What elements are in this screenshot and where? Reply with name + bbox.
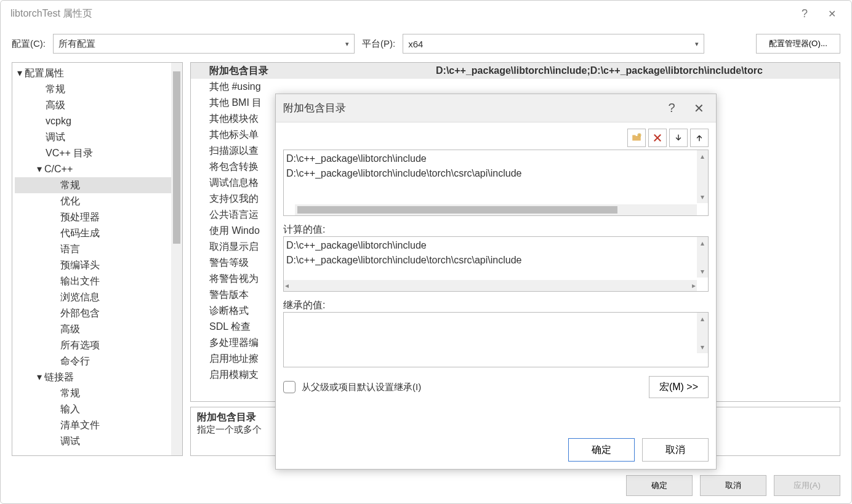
scroll-left-icon[interactable]: ◂ [285, 280, 289, 291]
property-row[interactable]: 附加包含目录D:\c++_package\libtorch\include;D:… [191, 63, 840, 79]
tree-item[interactable]: ▾C/C++ [15, 161, 182, 177]
tree-item[interactable]: 所有选项 [15, 337, 182, 353]
move-down-button[interactable] [669, 129, 688, 147]
delete-button[interactable] [648, 129, 667, 147]
tree-item[interactable]: 代码生成 [15, 225, 182, 241]
platform-value: x64 [408, 39, 423, 49]
tree-item-label: 预编译头 [60, 260, 100, 270]
scroll-up-icon[interactable]: ▴ [697, 150, 708, 162]
scrollbar-thumb[interactable] [297, 206, 617, 214]
tree-item[interactable]: 浏览信息 [15, 289, 182, 305]
tree-item-label: 输入 [60, 404, 80, 414]
scroll-up-icon[interactable]: ▴ [697, 313, 708, 325]
tree-item[interactable]: 调试 [15, 129, 182, 145]
platform-label: 平台(P): [362, 38, 395, 50]
list-item[interactable]: D:\c++_package\libtorch\include\torch\cs… [286, 166, 705, 181]
macros-button[interactable]: 宏(M) >> [649, 376, 709, 398]
main-ok-button[interactable]: 确定 [626, 475, 693, 496]
tree-item-label: VC++ 目录 [46, 148, 93, 158]
dialog-cancel-button[interactable]: 取消 [642, 438, 709, 462]
config-label: 配置(C): [12, 38, 46, 50]
tree-item[interactable]: 清单文件 [15, 417, 182, 433]
tree-item-label: 高级 [46, 100, 65, 110]
list-item[interactable]: D:\c++_package\libtorch\include [286, 151, 705, 166]
dialog-help-button[interactable]: ? [658, 101, 685, 115]
property-row[interactable]: 其他 #using [191, 79, 840, 95]
list-vscrollbar[interactable]: ▴ ▾ [697, 150, 708, 203]
tree-item[interactable]: 输入 [15, 401, 182, 417]
property-name: 附加包含目录 [191, 63, 431, 79]
new-folder-button[interactable] [627, 129, 646, 147]
scroll-down-icon[interactable]: ▾ [697, 341, 708, 353]
dialog-close-button[interactable]: ✕ [685, 101, 712, 116]
tree-item[interactable]: 外部包含 [15, 305, 182, 321]
include-list[interactable]: D:\c++_package\libtorch\includeD:\c++_pa… [283, 150, 709, 216]
property-value[interactable] [431, 79, 840, 95]
config-combo[interactable]: 所有配置 ▾ [53, 34, 355, 54]
tree-item[interactable]: 优化 [15, 193, 182, 209]
tree-item-label: 预处理器 [60, 212, 100, 222]
tree-item-label: 代码生成 [60, 228, 100, 238]
inherit-checkbox-row: 从父级或项目默认设置继承(I) 宏(M) >> [283, 376, 709, 398]
move-up-button[interactable] [690, 129, 709, 147]
titlebar-help-button[interactable]: ? [791, 7, 818, 20]
tree-item[interactable]: 高级 [15, 97, 182, 113]
tree-item[interactable]: 调试 [15, 433, 182, 449]
platform-combo[interactable]: x64 ▾ [403, 34, 704, 54]
config-manager-button[interactable]: 配置管理器(O)... [756, 34, 840, 54]
include-dir-dialog: 附加包含目录 ? ✕ D:\c++_package\libtor [275, 94, 717, 470]
list-hscrollbar[interactable] [295, 204, 697, 215]
scroll-down-icon[interactable]: ▾ [697, 191, 708, 203]
tree-item[interactable]: 高级 [15, 321, 182, 337]
tree-item-label: 常规 [60, 180, 80, 190]
main-footer: 确定 取消 应用(A) [626, 475, 840, 496]
inherited-values-box: ▴ ▾ [283, 312, 709, 367]
tree-item[interactable]: 预处理器 [15, 209, 182, 225]
inherit-vscrollbar[interactable]: ▴ ▾ [697, 313, 708, 353]
tree-item[interactable]: 常规 [15, 177, 182, 193]
tree-item-label: 浏览信息 [60, 292, 100, 302]
tree-item[interactable]: 常规 [15, 385, 182, 401]
window-title: libtorchTest 属性页 [10, 7, 791, 20]
tree-item-label: 清单文件 [60, 420, 100, 430]
property-value[interactable]: D:\c++_package\libtorch\include;D:\c++_p… [431, 63, 840, 79]
inherit-label: 继承的值: [283, 299, 709, 312]
scroll-right-icon[interactable]: ▸ [692, 280, 696, 291]
tree-item[interactable]: ▾配置属性 [15, 65, 182, 81]
inherit-checkbox[interactable] [283, 381, 295, 393]
tree-scrollbar[interactable] [171, 63, 182, 455]
tree-item-label: 命令行 [60, 356, 90, 366]
main-apply-button[interactable]: 应用(A) [774, 475, 840, 496]
dialog-title: 附加包含目录 [283, 101, 658, 115]
dialog-toolbar [283, 126, 709, 148]
tree-expand-icon[interactable]: ▾ [37, 161, 44, 177]
tree-item-label: 优化 [60, 196, 80, 206]
main-cancel-button[interactable]: 取消 [700, 475, 766, 496]
tree-item[interactable]: ▾链接器 [15, 369, 182, 385]
delete-x-icon [653, 133, 662, 143]
scroll-up-icon[interactable]: ▴ [697, 237, 708, 249]
tree-item[interactable]: 常规 [15, 81, 182, 97]
tree-expand-icon[interactable]: ▾ [17, 65, 25, 81]
property-tree[interactable]: ▾配置属性常规高级vcpkg调试VC++ 目录▾C/C++常规优化预处理器代码生… [12, 63, 182, 452]
tree-item[interactable]: 语言 [15, 241, 182, 257]
dialog-ok-button[interactable]: 确定 [568, 438, 635, 462]
folder-new-icon [631, 132, 642, 143]
calc-label: 计算的值: [283, 223, 709, 236]
calc-hscrollbar[interactable]: ◂ ▸ [284, 280, 697, 291]
tree-item[interactable]: 输出文件 [15, 273, 182, 289]
tree-panel: ▾配置属性常规高级vcpkg调试VC++ 目录▾C/C++常规优化预处理器代码生… [12, 62, 183, 456]
calculated-values-box: D:\c++_package\libtorch\includeD:\c++_pa… [283, 236, 709, 292]
chevron-down-icon: ▾ [345, 40, 349, 48]
scrollbar-thumb[interactable] [173, 71, 180, 244]
tree-item[interactable]: 预编译头 [15, 257, 182, 273]
tree-item-label: 配置属性 [25, 68, 64, 78]
arrow-down-icon [674, 134, 683, 142]
tree-item[interactable]: 命令行 [15, 353, 182, 369]
tree-item[interactable]: vcpkg [15, 113, 182, 129]
calc-vscrollbar[interactable]: ▴ ▾ [697, 237, 708, 278]
tree-item[interactable]: VC++ 目录 [15, 145, 182, 161]
scroll-down-icon[interactable]: ▾ [697, 265, 708, 278]
titlebar-close-button[interactable]: ✕ [818, 8, 845, 20]
tree-expand-icon[interactable]: ▾ [37, 369, 44, 385]
